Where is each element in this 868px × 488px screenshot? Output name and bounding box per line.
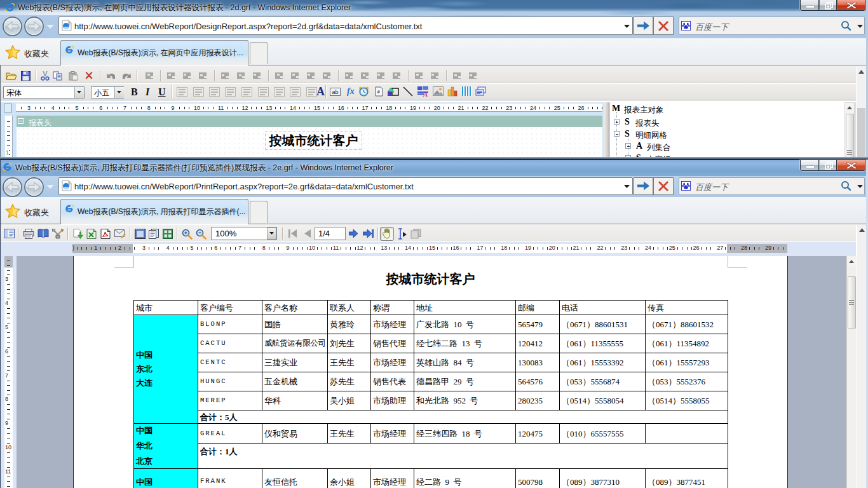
svg-text:#: # (377, 89, 381, 95)
